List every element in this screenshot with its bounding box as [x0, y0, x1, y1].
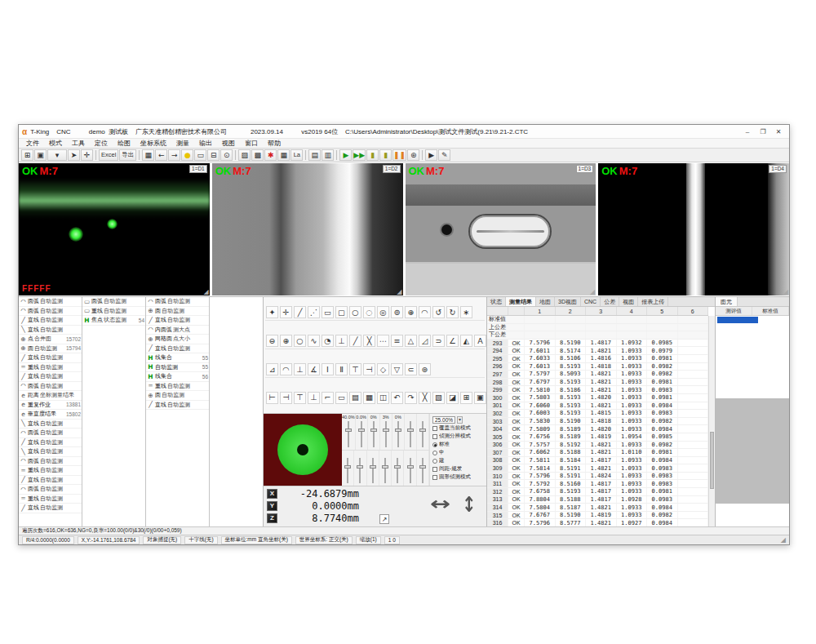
- gear-tool-button[interactable]: ⊛: [419, 363, 431, 375]
- result-row[interactable]: 301OK7.60608.51931.48211.09330.0984: [487, 402, 708, 411]
- status-segment-7[interactable]: 缩放(1): [356, 536, 381, 544]
- perp-foot-tool-button[interactable]: ⊥: [294, 363, 306, 375]
- intersection-tool-button[interactable]: ╳: [363, 335, 375, 347]
- frame-tool-button[interactable]: ▢: [335, 306, 348, 318]
- resize-grip-icon[interactable]: ◢: [781, 536, 786, 544]
- slider-track[interactable]: [348, 421, 349, 447]
- run-all-button[interactable]: ▶▶: [353, 149, 366, 161]
- array-grid-button[interactable]: ▦: [277, 149, 290, 161]
- status-segment-6[interactable]: 世界坐标系: 正交(关): [295, 536, 353, 544]
- slider-track[interactable]: [347, 458, 348, 484]
- parallel-tool-button[interactable]: ≡: [391, 335, 403, 347]
- feature-item[interactable]: e重复作业13881: [19, 401, 82, 411]
- datum-2-tool-button[interactable]: Ⅱ: [335, 363, 348, 375]
- feature-item[interactable]: H线集合55: [146, 353, 209, 363]
- layers-tool-button[interactable]: ▤: [349, 392, 361, 404]
- pause-program-button[interactable]: ❚❚: [392, 149, 406, 161]
- checkbox-icon[interactable]: [432, 467, 437, 472]
- excel-export-button[interactable]: Excel: [99, 149, 118, 161]
- quadrant-tool-button[interactable]: ◔: [322, 335, 334, 347]
- split-box-tool-button[interactable]: ◫: [377, 392, 389, 404]
- label-tool-button[interactable]: La: [290, 149, 303, 161]
- feature-item[interactable]: ◠圆弧自动监测: [19, 307, 82, 317]
- frame-tool-button[interactable]: ▭: [194, 149, 206, 161]
- feature-item[interactable]: ⊕圆自动监测: [146, 307, 209, 317]
- slider-track[interactable]: [422, 458, 424, 484]
- table-tab-3[interactable]: 地图: [536, 297, 555, 306]
- focus-star-button[interactable]: ✱: [264, 149, 277, 161]
- slider-track[interactable]: [397, 458, 398, 484]
- result-row[interactable]: 305OK7.67568.51891.48191.09540.0985: [487, 433, 708, 442]
- marker-a-button[interactable]: ▮: [366, 149, 379, 161]
- resize-handle-icon[interactable]: ◢: [590, 288, 595, 295]
- slider-track[interactable]: [397, 421, 399, 447]
- menu-item-6[interactable]: 坐标系统: [135, 139, 171, 148]
- feature-item[interactable]: ═重线自动监测: [19, 363, 82, 373]
- menu-item-1[interactable]: 文件: [21, 139, 44, 148]
- camera-view-4[interactable]: OK M:7 1=D4 ◢: [598, 163, 789, 295]
- radio-icon[interactable]: [432, 451, 437, 455]
- nav-left-button[interactable]: ←: [155, 149, 167, 161]
- result-row[interactable]: 303OK7.58308.51901.48181.09330.0982: [487, 418, 708, 426]
- status-segment-5[interactable]: 坐标单位:mm 直角坐标(关): [221, 536, 292, 544]
- result-row[interactable]: 306OK7.57578.51921.48211.09330.0982: [487, 442, 708, 450]
- table-grid-tool-button[interactable]: ⊞: [460, 392, 472, 404]
- slider-thumb[interactable]: [383, 429, 389, 432]
- result-row[interactable]: 294OK7.60118.51741.48211.09330.0979: [487, 347, 708, 355]
- feature-item[interactable]: ╱直线自动监测: [19, 438, 82, 448]
- slot-tool-button[interactable]: ⊖: [266, 335, 278, 347]
- light-source-button[interactable]: ●: [181, 149, 193, 161]
- feature-item[interactable]: ⊕圆自动监测15794: [19, 344, 82, 354]
- menu-item-7[interactable]: 测量: [171, 139, 194, 148]
- diamond-tool-button[interactable]: ◇: [377, 363, 389, 375]
- result-row[interactable]: 312OK7.67588.51931.48171.09330.0981: [487, 488, 708, 496]
- slider-thumb[interactable]: [345, 429, 352, 432]
- feature-item[interactable]: ▭圆弧自动监测: [82, 297, 145, 307]
- detection-option-4[interactable]: 中: [432, 449, 484, 456]
- slider-track[interactable]: [422, 421, 424, 447]
- slider-thumb[interactable]: [419, 465, 426, 469]
- resize-handle-icon[interactable]: ◢: [204, 288, 209, 295]
- zero-axes-button[interactable]: ↗: [379, 514, 389, 524]
- detection-option-1[interactable]: 覆盖当前模式: [432, 424, 484, 432]
- profile-grid-button[interactable]: ⊞: [21, 149, 33, 161]
- right-triangle-tool-button[interactable]: ◿: [419, 335, 431, 347]
- feature-item[interactable]: ◠圆弧自动监测: [19, 382, 82, 392]
- feature-item[interactable]: ╱直线自动监测: [19, 476, 82, 486]
- result-row[interactable]: 315OK7.67678.51901.48191.09330.0982: [487, 512, 708, 520]
- result-row[interactable]: 299OK7.58108.51861.48211.09330.0983: [487, 386, 708, 394]
- feature-item[interactable]: ╱直线自动监测: [19, 316, 82, 326]
- grid-array-tool-button[interactable]: ▦: [363, 392, 375, 404]
- slider-track[interactable]: [361, 421, 362, 447]
- result-row[interactable]: 309OK7.58148.51911.48211.09330.0983: [487, 464, 708, 473]
- run-program-button[interactable]: ▶: [339, 149, 352, 161]
- resize-handle-icon[interactable]: ◢: [783, 288, 788, 295]
- feature-item[interactable]: ╱直线自动监测: [19, 372, 82, 382]
- slider-track[interactable]: [385, 421, 387, 447]
- feature-item[interactable]: ╱直线自动监测: [146, 316, 209, 326]
- undo-tool-button[interactable]: ↶: [391, 392, 403, 404]
- feature-item[interactable]: ═重线自动监测: [19, 495, 82, 504]
- slider-thumb[interactable]: [357, 465, 363, 469]
- view-combo-button[interactable]: ▾: [47, 149, 67, 161]
- result-row[interactable]: 304OK7.58098.51891.48201.09330.0984: [487, 425, 708, 433]
- spinner-icon[interactable]: ▾: [457, 416, 463, 424]
- checkbox-icon[interactable]: [432, 475, 437, 480]
- feature-item[interactable]: ╱直线自动监测: [19, 504, 82, 513]
- feature-item[interactable]: ═重线自动监测: [19, 466, 82, 476]
- checkbox-icon[interactable]: [432, 426, 437, 431]
- table-tab-1[interactable]: 状态: [487, 297, 506, 306]
- cone-tool-button[interactable]: ◭: [460, 335, 472, 347]
- half-shade-tool-button[interactable]: ◪: [446, 392, 459, 404]
- slider-thumb[interactable]: [407, 465, 414, 469]
- arc-ccw-tool-button[interactable]: ↺: [432, 306, 445, 318]
- crosshair-tool-button[interactable]: ✛: [81, 149, 93, 161]
- slider-track[interactable]: [410, 458, 411, 484]
- settings-gear-button[interactable]: ⊛: [407, 149, 419, 161]
- slider-track[interactable]: [384, 458, 386, 484]
- jog-vertical-icon[interactable]: ↕: [462, 492, 476, 517]
- checkbox-icon[interactable]: [432, 434, 437, 439]
- table-tab-7[interactable]: 视图: [619, 297, 638, 306]
- datum-1-tool-button[interactable]: Ⅰ: [322, 363, 334, 375]
- result-row[interactable]: 302OK7.60038.51931.48151.09330.0983: [487, 410, 708, 418]
